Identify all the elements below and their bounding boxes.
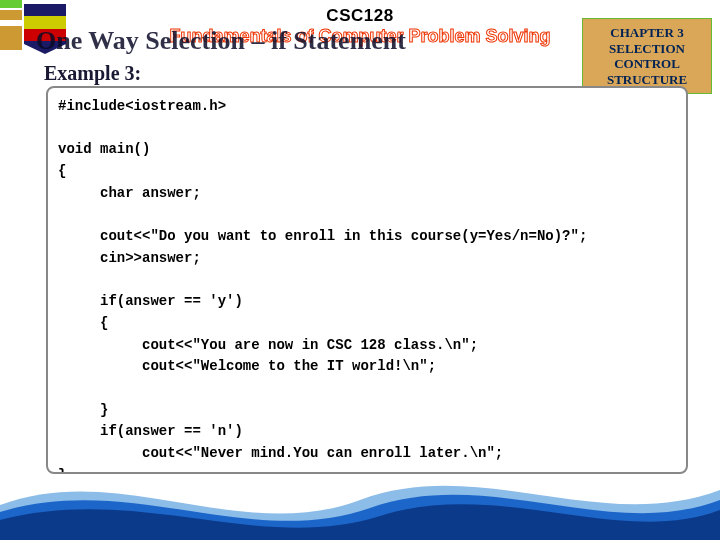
left-decorative-stripe	[0, 0, 22, 540]
code-box: #include<iostream.h> void main() { char …	[46, 86, 688, 474]
chapter-line-1: CHAPTER 3	[587, 25, 707, 41]
slide-title: One Way Selection – if Statement	[36, 26, 406, 56]
chapter-box: CHAPTER 3 SELECTION CONTROL STRUCTURE	[582, 18, 712, 94]
example-label: Example 3:	[44, 62, 141, 85]
chapter-line-2: SELECTION CONTROL	[587, 41, 707, 72]
code-content: #include<iostream.h> void main() { char …	[58, 96, 676, 474]
